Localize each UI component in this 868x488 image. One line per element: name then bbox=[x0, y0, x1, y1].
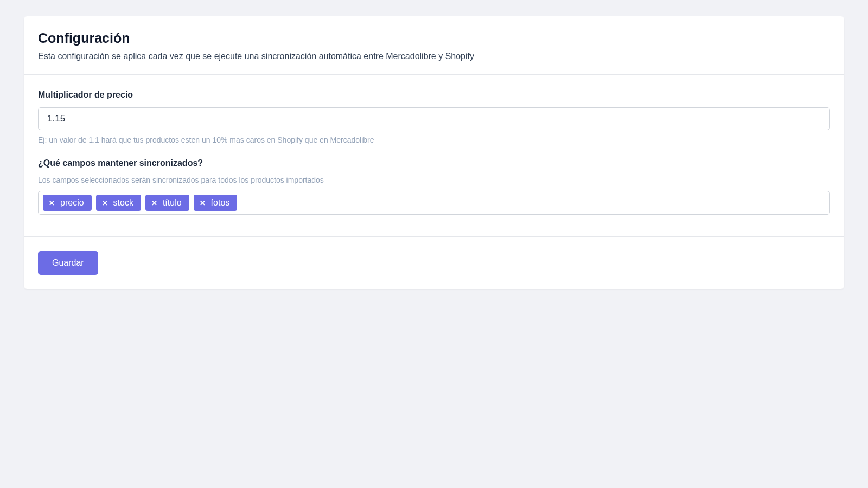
close-icon[interactable]: ✕ bbox=[49, 200, 55, 207]
page-title: Configuración bbox=[38, 30, 830, 46]
sync-fields-taginput[interactable]: ✕precio✕stock✕título✕fotos bbox=[38, 191, 830, 215]
tag-label: stock bbox=[113, 198, 133, 208]
multiplier-help: Ej: un valor de 1.1 hará que tus product… bbox=[38, 136, 830, 144]
sync-field-tag: ✕título bbox=[145, 195, 189, 211]
card-footer: Guardar bbox=[24, 236, 844, 289]
tag-label: título bbox=[163, 198, 182, 208]
sync-field-tag: ✕precio bbox=[43, 195, 92, 211]
tag-label: precio bbox=[60, 198, 84, 208]
sync-field-tag: ✕stock bbox=[96, 195, 141, 211]
multiplier-input[interactable] bbox=[38, 107, 830, 130]
sync-fields-group: ¿Qué campos mantener sincronizados? Los … bbox=[38, 158, 830, 215]
close-icon[interactable]: ✕ bbox=[151, 200, 157, 207]
tag-label: fotos bbox=[211, 198, 230, 208]
config-card: Configuración Esta configuración se apli… bbox=[24, 16, 844, 289]
close-icon[interactable]: ✕ bbox=[102, 200, 108, 207]
save-button[interactable]: Guardar bbox=[38, 251, 98, 275]
card-header: Configuración Esta configuración se apli… bbox=[24, 16, 844, 75]
card-body: Multiplicador de precio Ej: un valor de … bbox=[24, 75, 844, 236]
sync-field-tag: ✕fotos bbox=[194, 195, 238, 211]
sync-fields-help: Los campos seleccionados serán sincroniz… bbox=[38, 176, 830, 184]
sync-fields-label: ¿Qué campos mantener sincronizados? bbox=[38, 158, 830, 168]
multiplier-group: Multiplicador de precio Ej: un valor de … bbox=[38, 90, 830, 144]
page-subtitle: Esta configuración se aplica cada vez qu… bbox=[38, 52, 830, 61]
multiplier-label: Multiplicador de precio bbox=[38, 90, 830, 100]
close-icon[interactable]: ✕ bbox=[200, 200, 206, 207]
